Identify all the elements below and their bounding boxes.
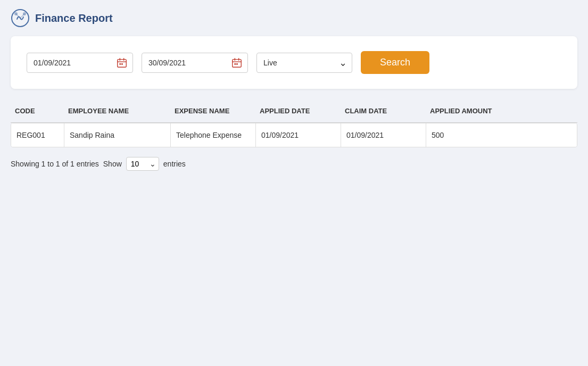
entries-select-wrapper: 10 25 50 100 ⌄ <box>126 157 159 171</box>
finance-report-icon <box>11 9 30 28</box>
table-row: REG001 Sandip Raina Telephone Expense 01… <box>11 123 577 147</box>
status-dropdown-wrapper: Live Closed All ⌄ <box>256 53 352 73</box>
filter-card: 01/09/2021 30/09/2021 Live Closed All ⌄ <box>11 36 577 89</box>
entries-per-page-select[interactable]: 10 25 50 100 <box>126 157 159 171</box>
entries-label: entries <box>163 160 186 168</box>
col-header-code: CODE <box>11 105 64 117</box>
col-header-applied-amount: APPLIED AMOUNT <box>426 105 577 117</box>
cell-applied-date: 01/09/2021 <box>256 123 341 147</box>
search-button[interactable]: Search <box>361 51 429 74</box>
cell-employee-name: Sandip Raina <box>64 123 171 147</box>
table-section: CODE EMPLOYEE NAME EXPENSE NAME APPLIED … <box>11 99 577 171</box>
page-header: Finance Report <box>0 0 588 36</box>
start-date-wrapper: 01/09/2021 <box>27 53 133 73</box>
cell-code: REG001 <box>11 123 64 147</box>
col-header-employee-name: EMPLOYEE NAME <box>64 105 170 117</box>
cell-applied-amount: 500 <box>426 123 577 147</box>
showing-text: Showing 1 to 1 of 1 entries <box>11 160 99 168</box>
page-title: Finance Report <box>35 12 113 24</box>
start-date-input[interactable]: 01/09/2021 <box>27 53 133 73</box>
col-header-applied-date: APPLIED DATE <box>255 105 341 117</box>
pagination-row: Showing 1 to 1 of 1 entries Show 10 25 5… <box>11 157 577 171</box>
col-header-claim-date: CLAIM DATE <box>341 105 426 117</box>
cell-expense-name: Telephone Expense <box>171 123 256 147</box>
table-body: REG001 Sandip Raina Telephone Expense 01… <box>11 123 577 147</box>
show-label: Show <box>103 160 122 168</box>
end-date-wrapper: 30/09/2021 <box>142 53 248 73</box>
table-header-row: CODE EMPLOYEE NAME EXPENSE NAME APPLIED … <box>11 99 577 123</box>
end-date-input[interactable]: 30/09/2021 <box>142 53 248 73</box>
cell-claim-date: 01/09/2021 <box>341 123 426 147</box>
col-header-expense-name: EXPENSE NAME <box>170 105 255 117</box>
table-container: CODE EMPLOYEE NAME EXPENSE NAME APPLIED … <box>11 99 577 147</box>
status-dropdown[interactable]: Live Closed All <box>256 53 352 73</box>
